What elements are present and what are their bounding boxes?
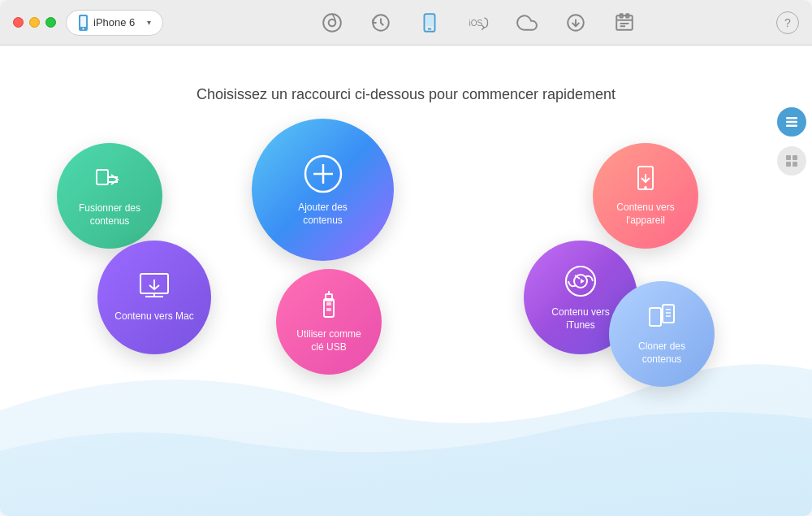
maximize-button[interactable] — [45, 17, 56, 28]
svg-rect-49 — [786, 162, 791, 167]
svg-rect-34 — [326, 302, 331, 306]
svg-rect-12 — [616, 15, 633, 29]
ios-icon-svg: iOS — [468, 12, 489, 33]
titlebar: iPhone 6 ▾ — [0, 0, 812, 46]
main-content: Choisissez un raccourci ci-dessous pour … — [0, 46, 812, 516]
circle-clone-label: Cloner descontenus — [638, 340, 685, 366]
device-selector[interactable]: iPhone 6 ▾ — [66, 10, 163, 36]
usb-icon — [314, 289, 343, 322]
chevron-down-icon: ▾ — [147, 18, 151, 27]
svg-text:iOS: iOS — [469, 19, 482, 28]
to-mac-icon — [136, 271, 173, 304]
add-icon — [302, 153, 344, 195]
circle-usb-label: Utiliser commeclé USB — [296, 328, 361, 353]
list-view-button[interactable] — [777, 107, 806, 137]
svg-rect-48 — [793, 155, 797, 160]
right-sidebar — [771, 91, 812, 516]
nav-download[interactable] — [561, 8, 590, 37]
svg-rect-17 — [97, 170, 108, 184]
circle-usb[interactable]: Utiliser commeclé USB — [276, 269, 382, 375]
iphone-icon — [78, 15, 89, 31]
circle-merge-label: Fusionner descontenus — [79, 202, 140, 228]
svg-rect-45 — [786, 121, 797, 124]
svg-rect-44 — [786, 117, 797, 119]
nav-history[interactable] — [366, 8, 395, 37]
page-title: Choisissez un raccourci ci-dessous pour … — [0, 86, 812, 103]
circle-to-device[interactable]: Contenu versl'appareil — [593, 143, 698, 249]
clone-icon — [646, 301, 677, 334]
to-device-icon — [630, 164, 661, 195]
svg-rect-50 — [793, 162, 797, 167]
svg-rect-1 — [80, 16, 86, 27]
list-view-icon — [784, 115, 799, 129]
grid-view-icon — [784, 154, 799, 168]
svg-rect-39 — [650, 308, 661, 326]
circle-add[interactable]: Ajouter des contenus — [252, 119, 394, 261]
circle-to-mac[interactable]: Contenu vers Mac — [97, 241, 211, 354]
circle-to-device-label: Contenu versl'appareil — [616, 202, 674, 227]
nav-icons: iOS — [179, 8, 776, 37]
svg-rect-47 — [786, 155, 791, 160]
svg-point-26 — [644, 187, 647, 190]
nav-cloud[interactable] — [512, 8, 542, 37]
circle-to-mac-label: Contenu vers Mac — [114, 310, 193, 323]
svg-marker-38 — [581, 279, 585, 284]
svg-point-3 — [323, 14, 341, 32]
to-itunes-icon — [562, 262, 599, 300]
device-name: iPhone 6 — [93, 16, 135, 28]
circle-add-label: Ajouter des contenus — [283, 202, 364, 227]
help-button[interactable]: ? — [776, 11, 799, 34]
svg-rect-35 — [326, 308, 331, 311]
circle-clone[interactable]: Cloner descontenus — [609, 281, 715, 387]
minimize-button[interactable] — [29, 17, 40, 28]
circles-container: Fusionner descontenus Ajouter des conten… — [0, 119, 763, 516]
traffic-lights — [13, 17, 56, 28]
nav-toolkit[interactable] — [610, 8, 639, 37]
circle-merge[interactable]: Fusionner descontenus — [57, 143, 162, 249]
close-button[interactable] — [13, 17, 24, 28]
svg-point-4 — [328, 19, 335, 26]
svg-rect-46 — [786, 125, 797, 128]
nav-music[interactable] — [317, 8, 347, 37]
nav-device[interactable] — [415, 8, 444, 37]
merge-icon — [93, 163, 126, 196]
svg-rect-40 — [663, 305, 674, 323]
grid-view-button[interactable] — [777, 146, 806, 176]
nav-ios[interactable]: iOS — [464, 8, 493, 37]
svg-point-2 — [82, 28, 84, 29]
svg-rect-8 — [425, 15, 433, 26]
